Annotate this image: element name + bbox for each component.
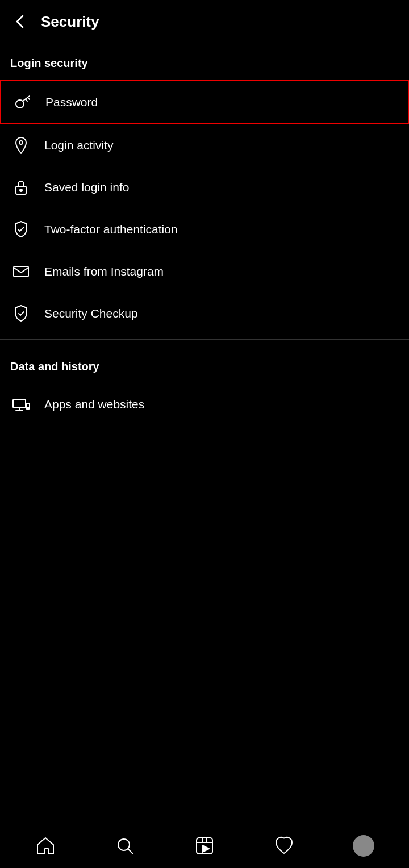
password-label: Password	[45, 95, 98, 109]
section-divider	[0, 339, 409, 340]
menu-item-password[interactable]: Password	[0, 80, 409, 124]
menu-item-apps-websites[interactable]: Apps and websites	[0, 383, 409, 425]
svg-point-6	[20, 189, 22, 191]
nav-activity[interactable]	[261, 829, 307, 863]
shield-tick-icon	[10, 303, 32, 324]
two-factor-label: Two-factor authentication	[44, 223, 178, 236]
data-history-heading: Data and history	[0, 344, 409, 383]
menu-item-saved-login[interactable]: Saved login info	[0, 166, 409, 208]
page-title: Security	[41, 13, 99, 31]
nav-search[interactable]	[102, 829, 148, 863]
nav-home[interactable]	[23, 829, 68, 863]
saved-login-label: Saved login info	[44, 181, 129, 194]
location-icon	[10, 135, 32, 156]
home-icon	[35, 836, 56, 856]
key-icon	[11, 91, 33, 113]
emails-label: Emails from Instagram	[44, 265, 164, 278]
svg-rect-7	[14, 266, 28, 277]
menu-item-emails[interactable]: Emails from Instagram	[0, 251, 409, 293]
back-button[interactable]	[10, 11, 31, 32]
nav-reels[interactable]	[182, 829, 227, 863]
svg-line-3	[26, 99, 27, 101]
menu-item-two-factor[interactable]: Two-factor authentication	[0, 208, 409, 251]
svg-point-4	[19, 141, 23, 144]
header: Security	[0, 0, 409, 41]
back-arrow-icon	[12, 14, 28, 30]
svg-line-14	[128, 849, 133, 854]
menu-item-login-activity[interactable]: Login activity	[0, 124, 409, 166]
bottom-navigation	[0, 823, 409, 868]
search-icon	[115, 836, 135, 856]
menu-item-security-checkup[interactable]: Security Checkup	[0, 293, 409, 335]
heart-icon	[274, 836, 294, 856]
security-checkup-label: Security Checkup	[44, 307, 138, 320]
apps-icon	[10, 394, 32, 415]
login-activity-label: Login activity	[44, 139, 113, 152]
profile-avatar	[353, 835, 374, 857]
shield-check-icon	[10, 219, 32, 240]
svg-marker-19	[202, 845, 209, 852]
lock-icon	[10, 177, 32, 198]
svg-line-2	[28, 98, 30, 99]
reels-icon	[194, 836, 215, 856]
svg-rect-8	[13, 399, 26, 408]
nav-profile[interactable]	[341, 829, 386, 863]
email-icon	[10, 261, 32, 282]
login-security-heading: Login security	[0, 41, 409, 80]
apps-websites-label: Apps and websites	[44, 398, 144, 411]
